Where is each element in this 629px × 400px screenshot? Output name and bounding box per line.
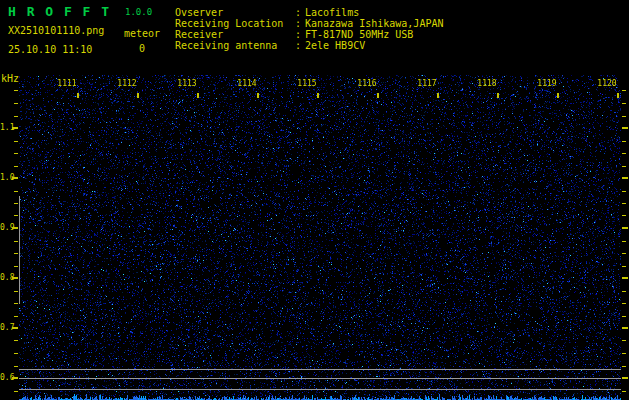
reference-line-upper: [19, 369, 621, 370]
freq-minor-tick: [14, 303, 18, 304]
info-value: 2ele HB9CV: [305, 40, 443, 51]
minute-tick: [617, 93, 619, 98]
hrofft-window: H R O F F T 1.0.0 XX2510101110.png meteo…: [0, 0, 629, 400]
freq-minor-tick: [14, 90, 18, 91]
freq-minor-tick: [14, 166, 18, 167]
freq-major-tick: [12, 127, 18, 129]
freq-minor-tick-right: [622, 141, 626, 142]
info-value: Kanazawa Ishikawa,JAPAN: [305, 18, 443, 29]
info-label: Receiver: [175, 29, 295, 40]
minute-tick: [497, 93, 499, 98]
freq-minor-tick: [14, 291, 18, 292]
time-tick-label: 1119: [532, 79, 562, 88]
freq-minor-tick-right: [622, 215, 626, 216]
freq-minor-tick: [14, 215, 18, 216]
freq-minor-tick-right: [622, 103, 626, 104]
freq-minor-tick: [14, 241, 18, 242]
spectrogram-canvas: [19, 75, 621, 400]
reference-line-lower: [19, 389, 621, 390]
freq-minor-tick-right: [622, 90, 626, 91]
freq-major-tick-right: [622, 227, 628, 229]
freq-major-tick: [12, 377, 18, 379]
app-title: H R O F F T: [8, 4, 111, 19]
output-filename: XX2510101110.png: [8, 25, 104, 36]
freq-minor-tick-right: [622, 166, 626, 167]
time-tick-label: 1114: [232, 79, 262, 88]
freq-minor-tick-right: [622, 391, 626, 392]
time-tick-label: 1120: [592, 79, 622, 88]
minute-tick: [257, 93, 259, 98]
freq-minor-tick: [14, 253, 18, 254]
info-label: Ovserver: [175, 7, 295, 18]
long-echo-count: 0: [139, 43, 145, 54]
freq-minor-tick: [14, 116, 18, 117]
info-row-location: Receiving Location:Kanazawa Ishikawa,JAP…: [175, 18, 443, 29]
info-separator: :: [295, 29, 305, 40]
info-row-receiver: Receiver:FT-817ND 50MHz USB: [175, 29, 443, 40]
freq-major-tick-right: [622, 177, 628, 179]
minute-tick: [557, 93, 559, 98]
freq-minor-tick-right: [622, 203, 626, 204]
info-label: Receiving Location: [175, 18, 295, 29]
freq-minor-tick-right: [622, 116, 626, 117]
freq-major-tick: [12, 327, 18, 329]
info-label: Receiving antenna: [175, 40, 295, 51]
freq-major-tick-right: [622, 277, 628, 279]
info-value: Lacofilms: [305, 7, 443, 18]
freq-unit-label: kHz: [1, 73, 19, 84]
time-tick-label: 1111: [52, 79, 82, 88]
freq-minor-tick-right: [622, 191, 626, 192]
freq-minor-tick: [14, 366, 18, 367]
info-row-observer: Ovserver:Lacofilms: [175, 7, 443, 18]
time-tick-label: 1118: [472, 79, 502, 88]
freq-minor-tick: [14, 153, 18, 154]
freq-minor-tick-right: [622, 153, 626, 154]
freq-minor-tick-right: [622, 253, 626, 254]
freq-minor-tick: [14, 316, 18, 317]
freq-minor-tick: [14, 353, 18, 354]
info-row-antenna: Receiving antenna:2ele HB9CV: [175, 40, 443, 51]
minute-tick: [437, 93, 439, 98]
freq-minor-tick: [14, 191, 18, 192]
freq-minor-tick-right: [622, 366, 626, 367]
time-tick-label: 1115: [292, 79, 322, 88]
minute-tick: [317, 93, 319, 98]
freq-major-tick: [12, 277, 18, 279]
minute-tick: [197, 93, 199, 98]
time-tick-label: 1113: [172, 79, 202, 88]
freq-minor-tick-right: [622, 291, 626, 292]
minute-tick: [137, 93, 139, 98]
freq-minor-tick: [14, 103, 18, 104]
freq-minor-tick: [14, 266, 18, 267]
info-separator: :: [295, 18, 305, 29]
reference-line-carrier: [19, 378, 621, 379]
freq-minor-tick-right: [622, 353, 626, 354]
station-info: Ovserver:Lacofilms Receiving Location:Ka…: [175, 7, 443, 51]
time-tick-label: 1117: [412, 79, 442, 88]
info-value: FT-817ND 50MHz USB: [305, 29, 443, 40]
freq-minor-tick: [14, 391, 18, 392]
freq-major-tick-right: [622, 327, 628, 329]
freq-minor-tick: [14, 203, 18, 204]
freq-major-tick: [12, 177, 18, 179]
minute-tick: [77, 93, 79, 98]
freq-major-tick: [12, 227, 18, 229]
mode-label: meteor: [124, 28, 160, 39]
freq-minor-tick-right: [622, 266, 626, 267]
freq-minor-tick: [14, 141, 18, 142]
freq-minor-tick-right: [622, 241, 626, 242]
datetime-label: 25.10.10 11:10: [8, 44, 92, 55]
left-edge-marker-line: [19, 196, 20, 304]
info-separator: :: [295, 7, 305, 18]
info-separator: :: [295, 40, 305, 51]
version-label: 1.0.0: [125, 7, 152, 17]
freq-minor-tick-right: [622, 303, 626, 304]
time-tick-label: 1112: [112, 79, 142, 88]
freq-minor-tick: [14, 340, 18, 341]
freq-major-tick-right: [622, 127, 628, 129]
minute-tick: [377, 93, 379, 98]
freq-major-tick-right: [622, 377, 628, 379]
freq-minor-tick-right: [622, 316, 626, 317]
freq-minor-tick-right: [622, 340, 626, 341]
time-tick-label: 1116: [352, 79, 382, 88]
